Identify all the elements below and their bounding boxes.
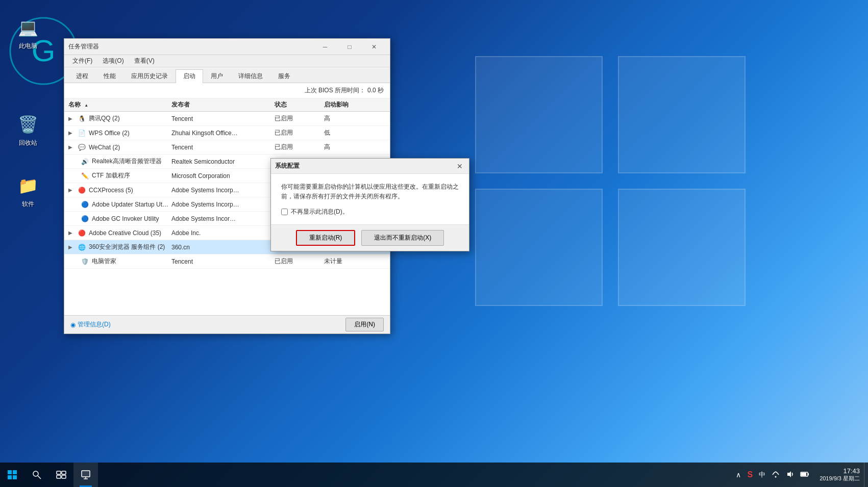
dialog-footer: 重新启动(R) 退出而不重新启动(X): [271, 224, 469, 251]
svg-rect-4: [8, 475, 12, 479]
svg-point-15: [775, 476, 777, 477]
svg-rect-9: [62, 471, 66, 474]
taskbar-taskmanager-item[interactable]: [73, 463, 98, 487]
chevron-up-icon[interactable]: ∧: [734, 470, 743, 480]
dialog-checkbox-row: 不再显示此消息(D)。: [281, 208, 459, 216]
sogou-icon[interactable]: S: [745, 469, 755, 480]
show-desktop-button[interactable]: [864, 463, 868, 487]
taskbar-clock[interactable]: 17:43 2019/9/3 星期二: [815, 467, 864, 482]
restart-button[interactable]: 重新启动(R): [296, 230, 356, 246]
volume-icon[interactable]: [784, 469, 796, 481]
svg-rect-18: [801, 473, 806, 476]
svg-rect-19: [808, 473, 809, 475]
start-button[interactable]: [0, 463, 24, 487]
dialog-body: 你可能需要重新启动你的計算机以便应用这些更改。在重新启动之前，请保存所有打开的文…: [271, 174, 469, 224]
taskmanager-taskbar-icon: [81, 470, 91, 480]
network-svg-icon: [772, 470, 780, 478]
volume-svg-icon: [786, 470, 794, 478]
taskview-icon: [56, 470, 66, 480]
svg-rect-12: [82, 471, 90, 477]
taskbar: ∧ S 中: [0, 463, 868, 487]
svg-rect-10: [57, 475, 61, 478]
taskbar-items: [24, 463, 98, 487]
svg-marker-16: [787, 471, 791, 477]
dialog-overlay: 系统配置 ✕ 你可能需要重新启动你的計算机以便应用这些更改。在重新启动之前，请保…: [0, 0, 868, 487]
svg-rect-5: [13, 475, 17, 479]
svg-point-6: [33, 471, 38, 476]
svg-rect-8: [57, 471, 61, 474]
svg-line-7: [38, 476, 41, 479]
search-icon: [32, 470, 42, 480]
taskbar-taskview[interactable]: [49, 463, 73, 487]
svg-rect-3: [13, 470, 17, 474]
lang-icon[interactable]: 中: [757, 469, 767, 480]
windows-start-icon: [7, 470, 17, 480]
svg-rect-2: [8, 470, 12, 474]
network-icon[interactable]: [770, 469, 782, 481]
battery-svg-icon: [800, 470, 809, 478]
taskbar-search[interactable]: [24, 463, 49, 487]
dialog-titlebar: 系统配置 ✕: [271, 159, 469, 174]
system-tray: ∧ S 中: [730, 463, 815, 487]
dialog-close-button[interactable]: ✕: [455, 161, 465, 171]
dialog-message: 你可能需要重新启动你的計算机以便应用这些更改。在重新启动之前，请保存所有打开的文…: [281, 182, 459, 201]
desktop: G 💻 此电脑 🗑️ 回收站 📁 软件 任务管理器 ─ □ ✕ 文件(F) 选项…: [0, 0, 868, 487]
dont-show-checkbox[interactable]: [281, 209, 288, 215]
clock-date: 2019/9/3 星期二: [820, 475, 860, 482]
battery-icon[interactable]: [798, 469, 811, 481]
clock-time: 17:43: [843, 467, 860, 475]
dialog-title: 系统配置: [275, 162, 455, 170]
dont-show-label: 不再显示此消息(D)。: [291, 208, 349, 216]
svg-rect-11: [62, 475, 66, 478]
sysconfig-dialog: 系统配置 ✕ 你可能需要重新启动你的計算机以便应用这些更改。在重新启动之前，请保…: [270, 158, 469, 251]
exit-no-restart-button[interactable]: 退出而不重新启动(X): [361, 230, 444, 246]
